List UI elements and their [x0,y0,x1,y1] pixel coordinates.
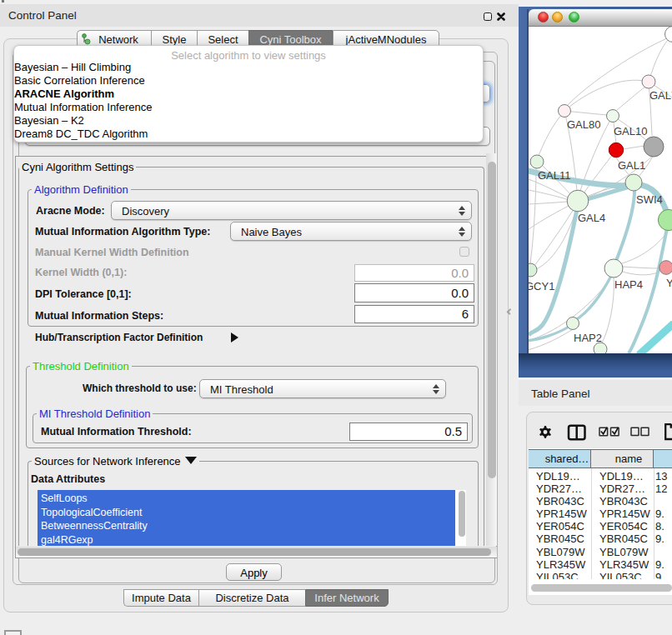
svg-text:Y: Y [666,277,672,289]
svg-text:GAL11: GAL11 [538,169,571,182]
svg-text:GCY1: GCY1 [529,280,554,292]
svg-text:HAP2: HAP2 [574,332,602,344]
svg-text:SWI4: SWI4 [636,193,663,206]
svg-text:GAL10: GAL10 [614,125,647,138]
svg-text:HAP4: HAP4 [614,278,643,291]
svg-text:GAL4: GAL4 [578,212,605,224]
svg-text:GAL1: GAL1 [618,159,645,172]
svg-text:GAL80: GAL80 [567,118,600,131]
svg-text:GAL7: GAL7 [649,89,672,102]
